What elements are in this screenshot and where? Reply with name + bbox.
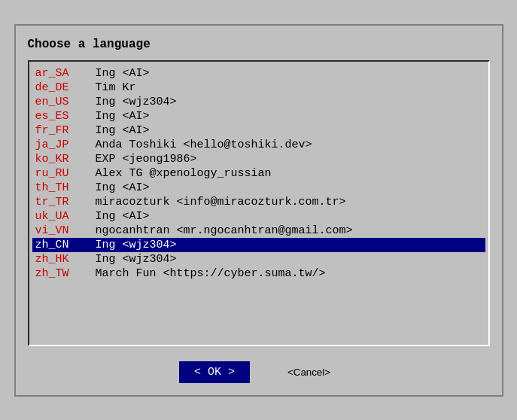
lang-author: Ing <AI> <box>96 124 150 137</box>
list-item[interactable]: fr_FRIng <AI> <box>32 123 485 138</box>
lang-code: ru_RU <box>35 167 96 180</box>
dialog-buttons: < OK > <Cancel> <box>28 361 490 383</box>
lang-code: vi_VN <box>35 224 96 237</box>
list-item[interactable]: zh_HKIng <wjz304> <box>32 252 485 266</box>
choose-language-dialog: Choose a language ar_SAIng <AI>de_DETim … <box>14 24 503 397</box>
lang-code: de_DE <box>35 81 96 94</box>
lang-code: fr_FR <box>35 124 96 137</box>
lang-author: miracozturk <info@miracozturk.com.tr> <box>96 196 346 208</box>
lang-code: en_US <box>35 96 96 108</box>
list-item[interactable]: tr_TRmiracozturk <info@miracozturk.com.t… <box>32 195 485 209</box>
ok-button[interactable]: < OK > <box>179 361 250 383</box>
lang-author: Ing <wjz304> <box>96 96 177 108</box>
cancel-button[interactable]: <Cancel> <box>280 361 338 383</box>
lang-author: Ing <AI> <box>96 181 150 194</box>
lang-author: Ing <AI> <box>96 210 150 223</box>
language-list[interactable]: ar_SAIng <AI>de_DETim Kren_USIng <wjz304… <box>28 60 490 346</box>
lang-author: Ing <AI> <box>96 110 150 123</box>
list-item[interactable]: ar_SAIng <AI> <box>32 66 485 81</box>
lang-author: March Fun <https://cyber.suma.tw/> <box>96 267 326 280</box>
lang-author: Tim Kr <box>96 81 136 94</box>
lang-author: Ing <wjz304> <box>96 253 177 266</box>
list-item[interactable]: ru_RUAlex TG @xpenology_russian <box>32 166 485 181</box>
lang-author: Alex TG @xpenology_russian <box>96 167 272 180</box>
lang-code: zh_HK <box>35 253 96 266</box>
lang-code: uk_UA <box>35 210 96 223</box>
list-item[interactable]: de_DETim Kr <box>32 81 485 95</box>
dialog-title: Choose a language <box>28 38 490 51</box>
list-item[interactable]: zh_CNIng <wjz304> <box>32 238 485 252</box>
list-item[interactable]: zh_TWMarch Fun <https://cyber.suma.tw/> <box>32 266 485 281</box>
lang-code: ja_JP <box>35 138 96 151</box>
lang-code: zh_TW <box>35 267 96 280</box>
list-item[interactable]: th_THIng <AI> <box>32 181 485 195</box>
list-item[interactable]: vi_VNngocanhtran <mr.ngocanhtran@gmail.c… <box>32 224 485 238</box>
lang-code: ko_KR <box>35 153 96 166</box>
lang-code: th_TH <box>35 181 96 194</box>
lang-author: EXP <jeong1986> <box>96 153 197 166</box>
list-item[interactable]: ja_JPAnda Toshiki <hello@toshiki.dev> <box>32 138 485 152</box>
lang-code: es_ES <box>35 110 96 123</box>
lang-author: Anda Toshiki <hello@toshiki.dev> <box>96 138 312 151</box>
lang-author: Ing <wjz304> <box>96 239 177 251</box>
list-item[interactable]: en_USIng <wjz304> <box>32 95 485 109</box>
lang-code: ar_SA <box>35 67 96 80</box>
list-item[interactable]: uk_UAIng <AI> <box>32 209 485 224</box>
lang-author: Ing <AI> <box>96 67 150 80</box>
lang-author: ngocanhtran <mr.ngocanhtran@gmail.com> <box>96 224 353 237</box>
lang-code: tr_TR <box>35 196 96 208</box>
list-item[interactable]: ko_KREXP <jeong1986> <box>32 152 485 166</box>
list-item[interactable]: es_ESIng <AI> <box>32 109 485 123</box>
lang-code: zh_CN <box>35 239 96 251</box>
